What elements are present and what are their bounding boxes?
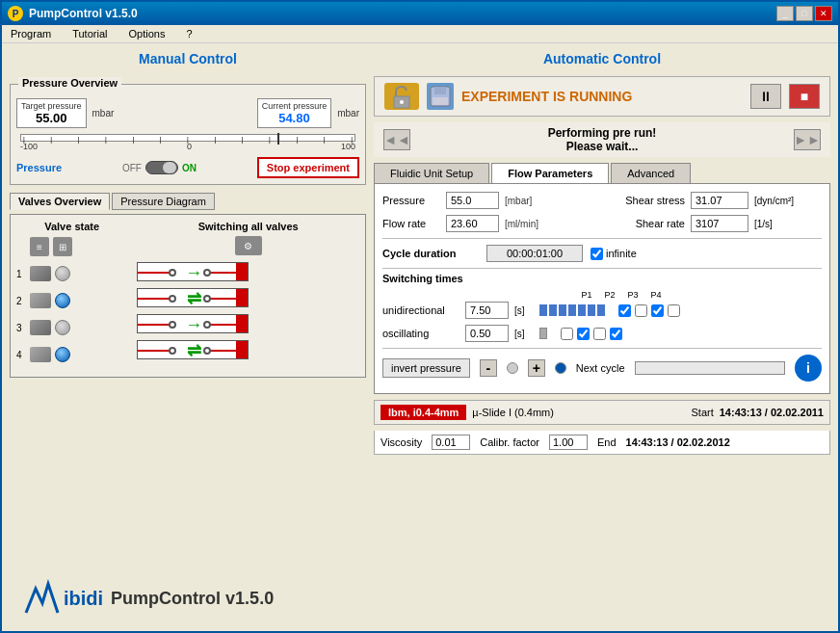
pressure-toggle-row: Pressure OFF ON Stop experiment [16, 157, 359, 178]
menu-program[interactable]: Program [8, 27, 54, 40]
end-value: 14:43:13 / 02.02.2012 [626, 436, 730, 448]
toggle-on-label: ON [182, 163, 197, 173]
pump-label-p1: P1 [575, 290, 598, 300]
uni-check-p1[interactable] [618, 304, 631, 317]
current-pressure-unit: mbar [337, 108, 359, 119]
uni-check-p4[interactable] [668, 304, 680, 317]
switch-valve-row-1: → [137, 261, 359, 282]
shear-stress-field-label: Shear stress [617, 195, 685, 206]
window-controls: _ □ ✕ [776, 6, 832, 21]
info-button[interactable]: i [795, 355, 822, 382]
pressure-overview-box: Pressure Overview Target pressure 55.00 … [10, 84, 366, 185]
valve-circle-1 [55, 266, 70, 281]
pressure-slider[interactable]: ||| ||| ||| ||| | -100 0 100 [16, 134, 359, 151]
viscosity-input[interactable] [432, 435, 470, 450]
viscosity-row: Viscosity Calibr. factor End 14:43:13 / … [374, 431, 830, 455]
invert-pressure-button[interactable]: invert pressure [382, 358, 470, 378]
pressure-toggle[interactable]: OFF ON [122, 161, 197, 174]
tab-flow-parameters[interactable]: Flow Parameters [491, 163, 609, 183]
minimize-button[interactable]: _ [776, 6, 794, 21]
toggle-body[interactable] [145, 161, 178, 174]
pause-button[interactable]: ⏸ [750, 84, 781, 109]
valve-num-2: 2 [16, 296, 26, 306]
logo-area: ibidi PumpControl v1.5.0 [10, 573, 366, 623]
flow-rate-input[interactable] [446, 215, 499, 232]
stop-button[interactable]: ■ [789, 84, 820, 109]
uni-check-p3[interactable] [651, 304, 664, 317]
shear-rate-input[interactable] [691, 215, 748, 232]
close-button[interactable]: ✕ [815, 6, 832, 21]
osc-check-p2[interactable] [577, 328, 590, 340]
valve-red-end-1 [236, 263, 248, 281]
shear-stress-input[interactable] [691, 192, 748, 209]
lock-icon-svg [388, 83, 415, 110]
tab-advanced[interactable]: Advanced [611, 163, 691, 183]
pressure-input[interactable] [446, 192, 499, 209]
unidirectional-row: unidirectional [s] [382, 302, 822, 319]
infinite-checkbox-label[interactable]: infinite [591, 248, 637, 260]
ibidi-bird-icon [21, 579, 60, 618]
calibr-factor-input[interactable] [549, 435, 588, 450]
next-cycle-progress-bar [635, 361, 785, 375]
unidirectional-unit: [s] [514, 305, 534, 316]
infinite-checkbox[interactable] [591, 248, 603, 260]
valve-red-end-3 [236, 315, 248, 333]
title-bar: P PumpControl v1.5.0 _ □ ✕ [2, 2, 838, 25]
maximize-button[interactable]: □ [796, 6, 813, 21]
prev-button[interactable]: ◄◄ [383, 129, 410, 150]
flow-parameters-content: Pressure [mbar] Shear stress [dyn/cm²] F… [374, 184, 830, 394]
valve-indicator-1 [30, 266, 51, 281]
manual-control-title: Manual Control [10, 51, 366, 66]
uni-check-p2[interactable] [635, 304, 647, 317]
oscillating-unit: [s] [514, 329, 534, 339]
cycle-duration-input[interactable] [486, 245, 583, 262]
unidirectional-checkboxes [618, 304, 680, 317]
svg-rect-3 [434, 87, 446, 94]
experiment-running-text: EXPERIMENT IS RUNNING [461, 89, 743, 104]
stop-experiment-button[interactable]: Stop experiment [257, 157, 359, 178]
switch-valve-row-3: → [137, 313, 359, 334]
switching-all-valves-column: Switching all valves ⚙ [137, 221, 359, 371]
osc-check-p1[interactable] [561, 328, 573, 340]
main-content: Manual Control Pressure Overview Target … [2, 43, 838, 631]
dot-indicator-2 [555, 362, 566, 374]
valve-diagram-2: ⇌ [137, 288, 249, 307]
target-pressure-unit: mbar [92, 108, 115, 119]
target-pressure-label: Target pressure [21, 101, 82, 111]
pressure-field-unit: [mbar] [505, 196, 558, 206]
prerun-text: Performing pre run! Please wait... [548, 126, 657, 153]
valve-row-3: 3 [16, 317, 127, 338]
automatic-control-title: Automatic Control [374, 51, 830, 66]
next-button[interactable]: ►► [794, 129, 821, 150]
tab-fluidic-unit-setup[interactable]: Fluidic Unit Setup [374, 163, 489, 183]
toggle-off-label: OFF [122, 163, 142, 173]
pressure-flow-row: Pressure [mbar] Shear stress [dyn/cm²] [382, 192, 822, 209]
flow-rate-unit: [ml/min] [505, 219, 558, 229]
left-panel: Manual Control Pressure Overview Target … [10, 51, 366, 623]
slider-track: ||| ||| ||| ||| | [20, 134, 355, 142]
valve-num-1: 1 [16, 269, 26, 279]
target-pressure-box: Target pressure 55.00 [16, 98, 87, 128]
menu-options[interactable]: Options [125, 27, 168, 40]
unidirectional-input[interactable] [465, 302, 509, 319]
osc-check-p3[interactable] [593, 328, 606, 340]
menu-tutorial[interactable]: Tutorial [69, 27, 110, 40]
plus-button[interactable]: + [528, 359, 545, 377]
tab-pressure-diagram[interactable]: Pressure Diagram [112, 193, 215, 210]
valve-indicator-4 [30, 347, 51, 362]
valves-section: Valves Overview Pressure Diagram Valve s… [10, 193, 366, 567]
oscillating-input[interactable] [465, 325, 509, 342]
valve-state-header: Valve state [16, 221, 127, 232]
minus-button[interactable]: - [480, 359, 497, 377]
pump-label-p3: P3 [621, 290, 644, 300]
calibr-factor-label: Calibr. factor [480, 436, 539, 448]
menu-help[interactable]: ? [183, 27, 195, 40]
pressure-overview-label: Pressure Overview [18, 77, 121, 89]
oscillating-checkboxes [561, 328, 622, 340]
osc-check-p4[interactable] [610, 328, 622, 340]
end-label: End [597, 436, 617, 448]
valve-num-3: 3 [16, 323, 26, 333]
pressure-field-label: Pressure [382, 195, 440, 206]
tab-valves-overview[interactable]: Valves Overview [10, 193, 110, 210]
app-icon: P [8, 6, 23, 21]
